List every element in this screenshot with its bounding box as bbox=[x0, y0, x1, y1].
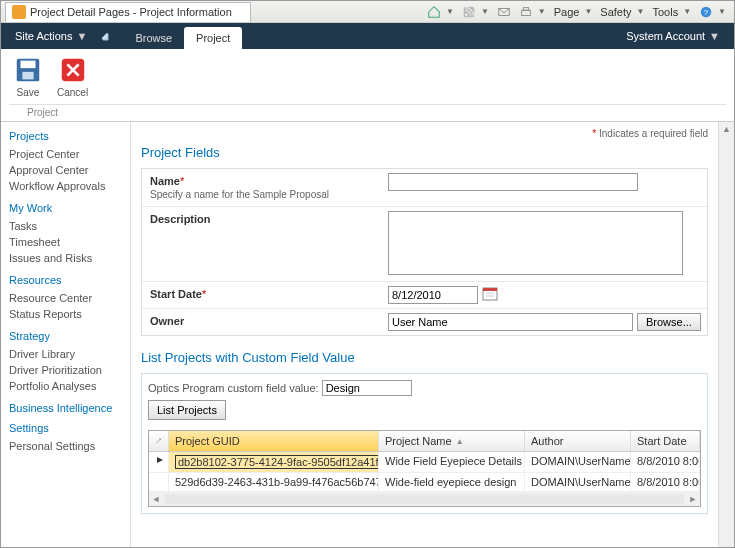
page-menu[interactable]: Page ▼ bbox=[550, 4, 597, 20]
browse-button[interactable]: Browse... bbox=[637, 313, 701, 331]
cancel-button[interactable]: Cancel bbox=[53, 53, 92, 100]
required-note: * * Indicates a required fieldIndicates … bbox=[141, 128, 708, 139]
navigate-up-icon[interactable] bbox=[99, 28, 115, 44]
dropdown-arrow-icon: ▼ bbox=[584, 7, 592, 16]
sidebar-item-personal-settings[interactable]: Personal Settings bbox=[9, 438, 130, 454]
grid-cell-guid: db2b8102-3775-4124-9fac-9505df12a41f bbox=[169, 452, 379, 472]
dropdown-arrow-icon: ▼ bbox=[481, 7, 489, 16]
svg-point-1 bbox=[465, 13, 467, 15]
startdate-input[interactable] bbox=[388, 286, 478, 304]
grid-cell-author: DOMAIN\UserName bbox=[525, 452, 631, 472]
custom-field-label: Optics Program custom field value: bbox=[148, 382, 319, 394]
list-projects-button[interactable]: List Projects bbox=[148, 400, 226, 420]
tools-menu[interactable]: Tools ▼ bbox=[648, 4, 695, 20]
grid-header-marker[interactable] bbox=[149, 431, 169, 451]
mail-button[interactable] bbox=[493, 3, 515, 21]
dropdown-arrow-icon: ▼ bbox=[718, 7, 726, 16]
save-button[interactable]: Save bbox=[9, 53, 47, 100]
scroll-track[interactable] bbox=[719, 136, 734, 548]
section-project-fields: Project Fields bbox=[141, 145, 708, 160]
grid-header-start[interactable]: Start Date bbox=[631, 431, 700, 451]
sidebar-item-workflow-approvals[interactable]: Workflow Approvals bbox=[9, 178, 130, 194]
sidebar-item-issues-risks[interactable]: Issues and Risks bbox=[9, 250, 130, 266]
main-area: Projects Project Center Approval Center … bbox=[1, 122, 734, 548]
svg-text:?: ? bbox=[704, 7, 709, 16]
home-button[interactable]: ▼ bbox=[423, 3, 458, 21]
grid-header-guid[interactable]: Project GUID bbox=[169, 431, 379, 451]
field-grid: Name* Specify a name for the Sample Prop… bbox=[141, 168, 708, 336]
sidebar-head-settings[interactable]: Settings bbox=[9, 422, 130, 434]
scroll-left-icon[interactable]: ◄ bbox=[149, 492, 163, 506]
field-row-startdate: Start Date* bbox=[142, 282, 707, 309]
grid-header: Project GUID Project Name ▲ Author Start… bbox=[149, 431, 700, 452]
field-row-owner: Owner Browse... bbox=[142, 309, 707, 335]
svg-rect-12 bbox=[483, 288, 497, 291]
name-input[interactable] bbox=[388, 173, 638, 191]
ribbon-tab-browse[interactable]: Browse bbox=[123, 27, 184, 49]
grid-row[interactable]: db2b8102-3775-4124-9fac-9505df12a41f Wid… bbox=[149, 452, 700, 473]
dropdown-arrow-icon: ▼ bbox=[709, 30, 720, 42]
field-label-startdate: Start Date bbox=[150, 288, 202, 300]
sidebar-item-project-center[interactable]: Project Center bbox=[9, 146, 130, 162]
grid-row[interactable]: 529d6d39-2463-431b-9a99-f476ac56b747 Wid… bbox=[149, 473, 700, 492]
print-button[interactable]: ▼ bbox=[515, 3, 550, 21]
scroll-right-icon[interactable]: ► bbox=[686, 492, 700, 506]
sidebar-item-approval-center[interactable]: Approval Center bbox=[9, 162, 130, 178]
help-button[interactable]: ? ▼ bbox=[695, 3, 730, 21]
rss-button[interactable]: ▼ bbox=[458, 3, 493, 21]
site-actions-menu[interactable]: Site Actions ▼ bbox=[9, 26, 93, 46]
dropdown-arrow-icon: ▼ bbox=[76, 30, 87, 42]
ribbon-tabbar: Site Actions ▼ Browse Project System Acc… bbox=[1, 23, 734, 49]
projects-grid: Project GUID Project Name ▲ Author Start… bbox=[148, 430, 701, 507]
section-list-projects: List Projects with Custom Field Value bbox=[141, 350, 708, 365]
save-icon bbox=[13, 55, 43, 85]
sidebar-item-resource-center[interactable]: Resource Center bbox=[9, 290, 130, 306]
field-sub-name: Specify a name for the Sample Proposal bbox=[150, 189, 374, 200]
svg-rect-9 bbox=[22, 72, 33, 80]
field-label-owner: Owner bbox=[150, 315, 184, 327]
sidebar-item-timesheet[interactable]: Timesheet bbox=[9, 234, 130, 250]
dropdown-arrow-icon: ▼ bbox=[683, 7, 691, 16]
sidebar-head-mywork[interactable]: My Work bbox=[9, 202, 130, 214]
grid-cell-guid: 529d6d39-2463-431b-9a99-f476ac56b747 bbox=[169, 473, 379, 491]
sidebar-item-portfolio-analyses[interactable]: Portfolio Analyses bbox=[9, 378, 130, 394]
browser-tab-active[interactable]: Project Detail Pages - Project Informati… bbox=[5, 2, 251, 22]
cancel-icon bbox=[58, 55, 88, 85]
grid-header-author[interactable]: Author bbox=[525, 431, 631, 451]
grid-row-marker bbox=[149, 452, 169, 472]
scroll-thumb[interactable] bbox=[165, 494, 684, 504]
description-textarea[interactable] bbox=[388, 211, 683, 275]
dropdown-arrow-icon: ▼ bbox=[538, 7, 546, 16]
grid-cell-name: Wide-field eyepiece design bbox=[379, 473, 525, 491]
sidebar-head-bi[interactable]: Business Intelligence bbox=[9, 402, 130, 414]
sidebar-head-projects[interactable]: Projects bbox=[9, 130, 130, 142]
system-account-menu[interactable]: System Account ▼ bbox=[620, 26, 726, 46]
ribbon-tab-project[interactable]: Project bbox=[184, 27, 242, 49]
sidebar-head-resources[interactable]: Resources bbox=[9, 274, 130, 286]
grid-cell-start: 8/8/2010 8:00:00 AM bbox=[631, 452, 700, 472]
owner-input[interactable] bbox=[388, 313, 633, 331]
calendar-icon[interactable] bbox=[482, 286, 498, 304]
grid-hscrollbar[interactable]: ◄ ► bbox=[149, 492, 700, 506]
safety-menu[interactable]: Safety ▼ bbox=[596, 4, 648, 20]
custom-field-area: Optics Program custom field value: List … bbox=[141, 373, 708, 514]
content-area: * * Indicates a required fieldIndicates … bbox=[131, 122, 718, 548]
field-label-name: Name bbox=[150, 175, 180, 187]
custom-field-input[interactable] bbox=[322, 380, 412, 396]
favicon-icon bbox=[12, 5, 26, 19]
sidebar-item-status-reports[interactable]: Status Reports bbox=[9, 306, 130, 322]
grid-header-name[interactable]: Project Name ▲ bbox=[379, 431, 525, 451]
grid-cell-author: DOMAIN\UserName bbox=[525, 473, 631, 491]
field-row-description: Description bbox=[142, 207, 707, 282]
content-vscrollbar[interactable]: ▲ ▼ bbox=[718, 122, 734, 548]
grid-cell-name: Wide Field Eyepiece Details bbox=[379, 452, 525, 472]
sort-asc-icon: ▲ bbox=[456, 437, 464, 446]
field-label-description: Description bbox=[150, 213, 211, 225]
scroll-up-icon[interactable]: ▲ bbox=[722, 122, 731, 136]
field-row-name: Name* Specify a name for the Sample Prop… bbox=[142, 169, 707, 207]
sidebar-head-strategy[interactable]: Strategy bbox=[9, 330, 130, 342]
sidebar-item-tasks[interactable]: Tasks bbox=[9, 218, 130, 234]
sidebar-item-driver-library[interactable]: Driver Library bbox=[9, 346, 130, 362]
sidebar-item-driver-prioritization[interactable]: Driver Prioritization bbox=[9, 362, 130, 378]
ribbon-body: Save Cancel Project bbox=[1, 49, 734, 122]
